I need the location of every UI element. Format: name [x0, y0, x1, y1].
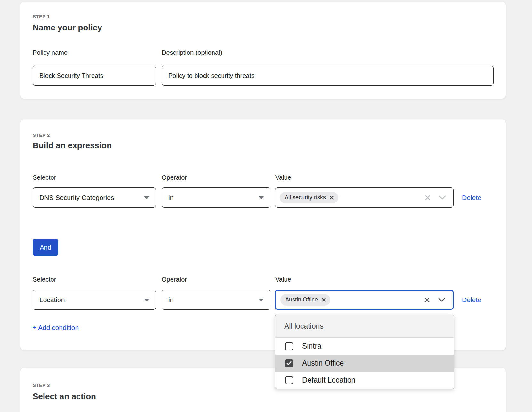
condition1-operator-value: in: [168, 194, 173, 202]
condition1-delete-link[interactable]: Delete: [462, 187, 481, 208]
condition1-value-multiselect[interactable]: All security risks: [275, 187, 454, 208]
dropdown-option-default-location[interactable]: Default Location: [275, 372, 454, 389]
and-connector-button[interactable]: And: [33, 239, 58, 256]
multiselect-icons: [424, 291, 453, 309]
checkbox-checked-icon[interactable]: [285, 359, 293, 367]
add-condition-link[interactable]: + Add condition: [33, 324, 79, 332]
step2-title: Build an expression: [33, 141, 112, 151]
checkbox-icon[interactable]: [285, 376, 293, 384]
multiselect-icons: [424, 188, 453, 207]
step1-title: Name your policy: [33, 23, 102, 33]
policy-name-label: Policy name: [33, 49, 68, 56]
chevron-down-icon[interactable]: [438, 298, 446, 302]
dropdown-option-austin-office[interactable]: Austin Office: [275, 355, 454, 372]
dropdown-option-label: Austin Office: [302, 359, 344, 367]
dropdown-arrow-icon: [259, 299, 264, 301]
step3-step-label: STEP 3: [33, 383, 50, 388]
value-tag: Austin Office: [280, 294, 330, 306]
condition2-value-label: Value: [275, 276, 291, 283]
condition2-selector-value: Location: [39, 296, 65, 304]
step1-card: STEP 1 Name your policy Policy name Desc…: [20, 2, 506, 99]
clear-all-icon[interactable]: [424, 194, 431, 201]
condition2-delete-link[interactable]: Delete: [462, 290, 481, 310]
value-tag-label: Austin Office: [285, 296, 318, 303]
dropdown-option-label: Sintra: [302, 342, 321, 350]
tag-remove-icon[interactable]: [322, 298, 326, 302]
description-label: Description (optional): [162, 49, 222, 56]
value-tag: All security risks: [280, 192, 338, 203]
dropdown-arrow-icon: [144, 196, 149, 199]
tag-remove-icon[interactable]: [330, 196, 334, 200]
policy-name-input[interactable]: [33, 66, 156, 86]
dropdown-option-label: Default Location: [302, 376, 355, 384]
condition2-selector-select[interactable]: Location: [33, 290, 156, 310]
dropdown-option-sintra[interactable]: Sintra: [275, 338, 454, 355]
condition2-operator-value: in: [168, 296, 173, 304]
value-tag-label: All security risks: [285, 194, 326, 201]
checkbox-icon[interactable]: [285, 342, 293, 350]
condition2-value-multiselect[interactable]: Austin Office: [275, 290, 454, 310]
dropdown-group-header: All locations: [275, 315, 454, 338]
policy-builder-page: STEP 1 Name your policy Policy name Desc…: [0, 0, 532, 412]
chevron-down-icon[interactable]: [439, 195, 446, 200]
step2-step-label: STEP 2: [33, 132, 50, 138]
condition1-selector-select[interactable]: DNS Security Categories: [33, 187, 156, 208]
clear-all-icon[interactable]: [424, 297, 430, 303]
dropdown-arrow-icon: [259, 196, 264, 199]
condition2-selector-label: Selector: [33, 276, 56, 283]
condition2-operator-select[interactable]: in: [162, 290, 270, 310]
location-dropdown-panel: All locations Sintra Austin Office Defau…: [275, 315, 454, 389]
condition2-operator-label: Operator: [162, 276, 187, 283]
condition1-operator-label: Operator: [162, 174, 187, 181]
condition1-operator-select[interactable]: in: [162, 187, 270, 208]
step1-step-label: STEP 1: [33, 14, 50, 19]
condition1-value-label: Value: [275, 174, 291, 181]
condition1-selector-label: Selector: [33, 174, 56, 181]
step3-title: Select an action: [33, 391, 96, 401]
dropdown-arrow-icon: [144, 299, 149, 301]
condition1-selector-value: DNS Security Categories: [39, 194, 114, 202]
description-input[interactable]: [162, 66, 494, 86]
